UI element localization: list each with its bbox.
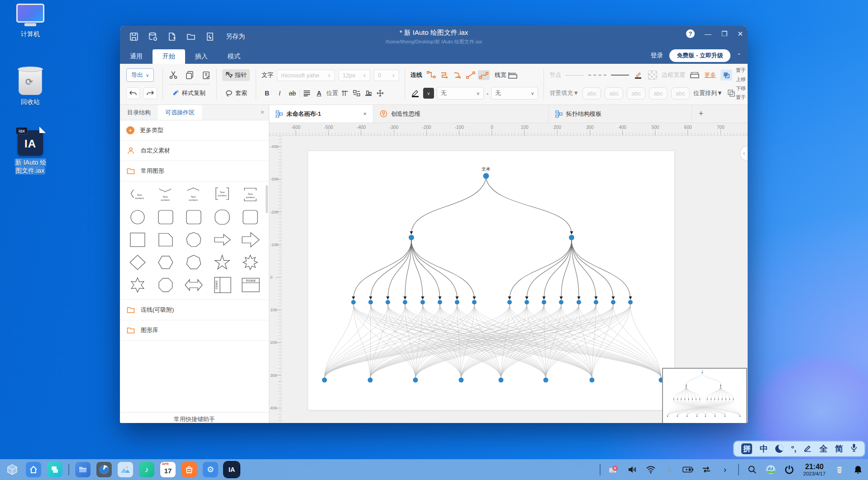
volume-icon[interactable] [627, 464, 638, 475]
style-preset-1[interactable]: abc [582, 87, 601, 100]
shape-double_arrow[interactable] [180, 275, 208, 295]
shape-rect2[interactable] [236, 297, 264, 300]
redo-button[interactable] [143, 87, 157, 99]
settings-icon[interactable]: ⚙ [203, 462, 218, 477]
shape-roundrect[interactable] [236, 207, 264, 228]
shape-roundrect[interactable] [152, 207, 180, 228]
shape-grid-scrollbar[interactable] [266, 185, 268, 213]
ime-moon-icon[interactable] [775, 445, 783, 453]
shape-star6[interactable] [124, 275, 152, 295]
tray-expand-chevron[interactable]: › [720, 464, 730, 475]
ime-fullwidth-mode[interactable]: 全 [820, 443, 828, 454]
section-shape-library[interactable]: 图形库 [120, 320, 269, 341]
shape-arrow_wide[interactable] [236, 229, 264, 250]
ime-pinyin-icon[interactable]: 拼 [741, 443, 752, 454]
multitask-icon[interactable] [47, 462, 62, 477]
gallery-icon[interactable] [118, 462, 133, 477]
open-folder-icon[interactable] [185, 31, 197, 43]
font-family-select[interactable]: microsoft yahe∨ [277, 70, 335, 81]
arrange-button[interactable]: 位置排列▼ [693, 89, 723, 97]
lasso-tool-button[interactable]: 套索 [222, 87, 250, 99]
style-preset-5[interactable]: abc [671, 87, 690, 100]
maximize-button[interactable]: ❐ [721, 30, 727, 38]
browser-icon[interactable] [96, 462, 112, 477]
line-color-icon[interactable] [410, 88, 420, 98]
shape-nonagon[interactable] [180, 229, 208, 250]
connector-curve-icon[interactable] [478, 70, 490, 80]
music-icon[interactable]: ♪ [139, 462, 154, 477]
shape-star5[interactable] [208, 252, 236, 273]
export-button[interactable]: 导出∨ [126, 68, 154, 82]
canvas-tab-1[interactable]: 未命名画布-1 × [269, 105, 373, 123]
panel-close-icon[interactable]: × [261, 109, 264, 116]
upgrade-button[interactable]: 免费版 - 立即升级 [669, 49, 730, 62]
connector-elbow-arrow2-icon[interactable] [452, 70, 463, 80]
shortcut-helper-button[interactable]: 常用快捷键助手 [120, 412, 269, 423]
line-solid-sample[interactable] [611, 75, 629, 76]
undo-button[interactable] [126, 87, 140, 99]
line-width-icon[interactable] [508, 70, 518, 80]
shape-squircle[interactable] [208, 207, 236, 228]
align-justify-icon[interactable] [302, 88, 312, 98]
shape-container_v[interactable]: 容器标题 [208, 275, 236, 295]
line-style-select[interactable]: 无∨ [437, 87, 484, 100]
battery-icon[interactable] [682, 464, 693, 475]
border-width-icon[interactable] [690, 70, 700, 80]
network-arrows-icon[interactable] [701, 464, 712, 475]
letter-spacing-select[interactable]: 0∨ [374, 70, 399, 81]
line-end-select[interactable]: 无∨ [491, 87, 538, 100]
system-monitor-icon[interactable] [765, 464, 776, 475]
help-button[interactable]: ? [686, 29, 695, 38]
section-custom-materials[interactable]: 自定义素材 [120, 141, 269, 161]
close-tab-icon[interactable]: × [345, 110, 367, 117]
strikethrough-button[interactable]: ab [287, 90, 298, 97]
new-file-icon[interactable] [166, 31, 178, 43]
minimize-button[interactable]: — [705, 30, 711, 38]
more-link[interactable]: 更多 [704, 71, 716, 79]
paste-icon[interactable] [201, 70, 211, 80]
bring-front-icon[interactable] [720, 70, 732, 81]
italic-button[interactable]: I [274, 90, 285, 97]
style-preset-4[interactable]: abc [649, 87, 668, 100]
pointer-tool-button[interactable]: 指针 [222, 69, 250, 81]
trash-tray-icon[interactable] [834, 464, 845, 475]
database-settings-icon[interactable] [147, 31, 159, 43]
vertical-text-icon[interactable] [340, 88, 350, 98]
ime-chinese-mode[interactable]: 中 [760, 443, 768, 454]
wifi-icon[interactable] [645, 464, 656, 475]
bold-button[interactable]: B [262, 90, 272, 97]
canvas-tab-2[interactable]: 创造性思维 [373, 105, 549, 123]
shape-brace_up[interactable]: Textcontent [180, 184, 208, 205]
tab-directory-structure[interactable]: 目录结构 [120, 105, 158, 120]
shape-heptagon[interactable] [180, 252, 208, 273]
font-size-select[interactable]: 12px∨ [339, 70, 370, 81]
ime-tray-icon[interactable] [608, 464, 619, 475]
shape-arrow_thin[interactable] [208, 229, 236, 250]
ime-simplified-mode[interactable]: 简 [835, 443, 843, 454]
bluetooth-icon[interactable] [664, 464, 675, 475]
desktop-icon-recycle-bin[interactable]: ⟳ 回收站 [11, 69, 50, 106]
power-icon[interactable] [784, 464, 795, 475]
distribute-icon[interactable] [352, 88, 362, 98]
style-preset-3[interactable]: abc [627, 87, 645, 100]
tab-shape-area[interactable]: 可选操作区 [158, 105, 202, 120]
shape-brackets[interactable]: Textcontent [208, 184, 236, 205]
login-button[interactable]: 登录 [650, 52, 663, 60]
save-icon[interactable] [128, 31, 140, 43]
style-preset-2[interactable]: abc [605, 87, 623, 100]
tab-insert[interactable]: 插入 [185, 49, 218, 64]
copy-icon[interactable] [185, 70, 195, 80]
new-canvas-button[interactable]: + [692, 105, 710, 123]
ime-punctuation-mode[interactable]: °, [791, 444, 796, 454]
shape-rect2[interactable] [152, 297, 180, 300]
import-icon[interactable] [204, 31, 216, 43]
close-button[interactable]: ✕ [737, 30, 743, 38]
section-connectors[interactable]: 连线(可吸附) [120, 300, 269, 320]
shape-snip_rect[interactable] [152, 229, 180, 250]
calendar-icon[interactable]: APR17 [160, 462, 176, 477]
minimap[interactable]: 文本 [662, 368, 747, 423]
search-icon[interactable] [747, 464, 758, 475]
desktop-icon-computer[interactable]: 计算机 [11, 4, 50, 38]
line-dashed-sample[interactable] [588, 75, 606, 76]
shape-diamond[interactable] [124, 252, 152, 273]
